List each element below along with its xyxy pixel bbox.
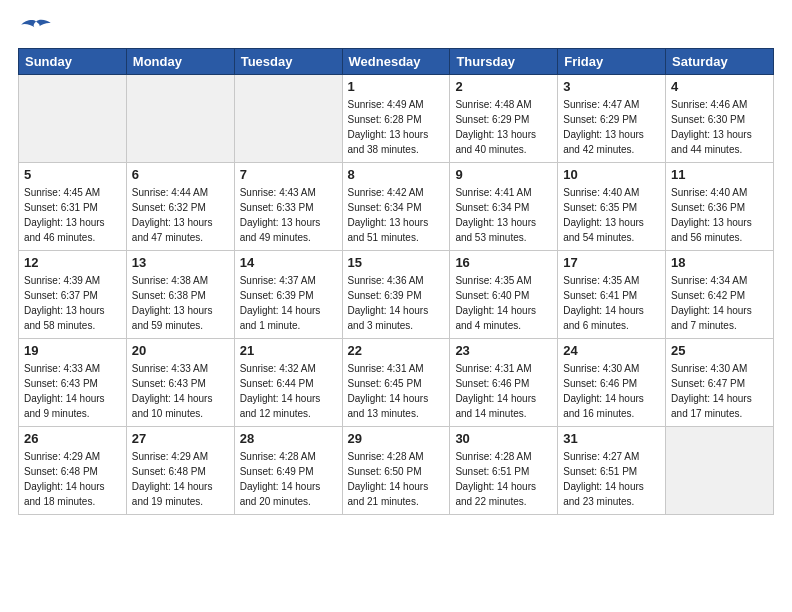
calendar-cell: 28Sunrise: 4:28 AMSunset: 6:49 PMDayligh…	[234, 427, 342, 515]
day-number: 14	[240, 255, 337, 270]
week-row-3: 19Sunrise: 4:33 AMSunset: 6:43 PMDayligh…	[19, 339, 774, 427]
cell-info: Sunrise: 4:46 AMSunset: 6:30 PMDaylight:…	[671, 97, 768, 157]
calendar-cell: 31Sunrise: 4:27 AMSunset: 6:51 PMDayligh…	[558, 427, 666, 515]
cell-info: Sunrise: 4:47 AMSunset: 6:29 PMDaylight:…	[563, 97, 660, 157]
day-number: 24	[563, 343, 660, 358]
week-row-2: 12Sunrise: 4:39 AMSunset: 6:37 PMDayligh…	[19, 251, 774, 339]
cell-info: Sunrise: 4:29 AMSunset: 6:48 PMDaylight:…	[132, 449, 229, 509]
cell-info: Sunrise: 4:32 AMSunset: 6:44 PMDaylight:…	[240, 361, 337, 421]
day-number: 16	[455, 255, 552, 270]
calendar-cell: 8Sunrise: 4:42 AMSunset: 6:34 PMDaylight…	[342, 163, 450, 251]
day-number: 8	[348, 167, 445, 182]
day-number: 1	[348, 79, 445, 94]
weekday-header-row: SundayMondayTuesdayWednesdayThursdayFrid…	[19, 49, 774, 75]
calendar-cell: 11Sunrise: 4:40 AMSunset: 6:36 PMDayligh…	[666, 163, 774, 251]
cell-info: Sunrise: 4:27 AMSunset: 6:51 PMDaylight:…	[563, 449, 660, 509]
cell-info: Sunrise: 4:29 AMSunset: 6:48 PMDaylight:…	[24, 449, 121, 509]
calendar-cell: 20Sunrise: 4:33 AMSunset: 6:43 PMDayligh…	[126, 339, 234, 427]
cell-info: Sunrise: 4:42 AMSunset: 6:34 PMDaylight:…	[348, 185, 445, 245]
cell-info: Sunrise: 4:45 AMSunset: 6:31 PMDaylight:…	[24, 185, 121, 245]
day-number: 6	[132, 167, 229, 182]
weekday-header-monday: Monday	[126, 49, 234, 75]
calendar-cell: 5Sunrise: 4:45 AMSunset: 6:31 PMDaylight…	[19, 163, 127, 251]
logo-bird-icon	[18, 18, 54, 38]
calendar-cell: 30Sunrise: 4:28 AMSunset: 6:51 PMDayligh…	[450, 427, 558, 515]
calendar-cell: 22Sunrise: 4:31 AMSunset: 6:45 PMDayligh…	[342, 339, 450, 427]
cell-info: Sunrise: 4:31 AMSunset: 6:45 PMDaylight:…	[348, 361, 445, 421]
day-number: 2	[455, 79, 552, 94]
calendar-cell: 16Sunrise: 4:35 AMSunset: 6:40 PMDayligh…	[450, 251, 558, 339]
calendar-cell: 15Sunrise: 4:36 AMSunset: 6:39 PMDayligh…	[342, 251, 450, 339]
calendar-cell	[234, 75, 342, 163]
cell-info: Sunrise: 4:41 AMSunset: 6:34 PMDaylight:…	[455, 185, 552, 245]
calendar-cell: 26Sunrise: 4:29 AMSunset: 6:48 PMDayligh…	[19, 427, 127, 515]
calendar-cell: 29Sunrise: 4:28 AMSunset: 6:50 PMDayligh…	[342, 427, 450, 515]
day-number: 10	[563, 167, 660, 182]
day-number: 30	[455, 431, 552, 446]
calendar-cell	[666, 427, 774, 515]
cell-info: Sunrise: 4:48 AMSunset: 6:29 PMDaylight:…	[455, 97, 552, 157]
weekday-header-sunday: Sunday	[19, 49, 127, 75]
weekday-header-friday: Friday	[558, 49, 666, 75]
weekday-header-tuesday: Tuesday	[234, 49, 342, 75]
day-number: 25	[671, 343, 768, 358]
calendar-cell: 23Sunrise: 4:31 AMSunset: 6:46 PMDayligh…	[450, 339, 558, 427]
calendar-table: SundayMondayTuesdayWednesdayThursdayFrid…	[18, 48, 774, 515]
cell-info: Sunrise: 4:28 AMSunset: 6:51 PMDaylight:…	[455, 449, 552, 509]
week-row-0: 1Sunrise: 4:49 AMSunset: 6:28 PMDaylight…	[19, 75, 774, 163]
cell-info: Sunrise: 4:36 AMSunset: 6:39 PMDaylight:…	[348, 273, 445, 333]
calendar-cell: 9Sunrise: 4:41 AMSunset: 6:34 PMDaylight…	[450, 163, 558, 251]
logo	[18, 18, 64, 38]
day-number: 9	[455, 167, 552, 182]
day-number: 13	[132, 255, 229, 270]
week-row-1: 5Sunrise: 4:45 AMSunset: 6:31 PMDaylight…	[19, 163, 774, 251]
calendar-cell: 17Sunrise: 4:35 AMSunset: 6:41 PMDayligh…	[558, 251, 666, 339]
calendar-cell: 18Sunrise: 4:34 AMSunset: 6:42 PMDayligh…	[666, 251, 774, 339]
day-number: 28	[240, 431, 337, 446]
calendar-cell: 2Sunrise: 4:48 AMSunset: 6:29 PMDaylight…	[450, 75, 558, 163]
day-number: 23	[455, 343, 552, 358]
day-number: 26	[24, 431, 121, 446]
calendar-cell	[126, 75, 234, 163]
calendar-cell: 3Sunrise: 4:47 AMSunset: 6:29 PMDaylight…	[558, 75, 666, 163]
cell-info: Sunrise: 4:31 AMSunset: 6:46 PMDaylight:…	[455, 361, 552, 421]
day-number: 15	[348, 255, 445, 270]
header	[18, 18, 774, 38]
cell-info: Sunrise: 4:33 AMSunset: 6:43 PMDaylight:…	[24, 361, 121, 421]
calendar-cell: 13Sunrise: 4:38 AMSunset: 6:38 PMDayligh…	[126, 251, 234, 339]
cell-info: Sunrise: 4:30 AMSunset: 6:47 PMDaylight:…	[671, 361, 768, 421]
calendar-cell: 27Sunrise: 4:29 AMSunset: 6:48 PMDayligh…	[126, 427, 234, 515]
day-number: 18	[671, 255, 768, 270]
day-number: 5	[24, 167, 121, 182]
cell-info: Sunrise: 4:35 AMSunset: 6:40 PMDaylight:…	[455, 273, 552, 333]
cell-info: Sunrise: 4:43 AMSunset: 6:33 PMDaylight:…	[240, 185, 337, 245]
day-number: 7	[240, 167, 337, 182]
cell-info: Sunrise: 4:34 AMSunset: 6:42 PMDaylight:…	[671, 273, 768, 333]
calendar-cell: 24Sunrise: 4:30 AMSunset: 6:46 PMDayligh…	[558, 339, 666, 427]
calendar-cell: 4Sunrise: 4:46 AMSunset: 6:30 PMDaylight…	[666, 75, 774, 163]
cell-info: Sunrise: 4:37 AMSunset: 6:39 PMDaylight:…	[240, 273, 337, 333]
page: SundayMondayTuesdayWednesdayThursdayFrid…	[0, 0, 792, 533]
day-number: 21	[240, 343, 337, 358]
cell-info: Sunrise: 4:38 AMSunset: 6:38 PMDaylight:…	[132, 273, 229, 333]
cell-info: Sunrise: 4:49 AMSunset: 6:28 PMDaylight:…	[348, 97, 445, 157]
cell-info: Sunrise: 4:40 AMSunset: 6:36 PMDaylight:…	[671, 185, 768, 245]
weekday-header-wednesday: Wednesday	[342, 49, 450, 75]
day-number: 17	[563, 255, 660, 270]
calendar-cell: 7Sunrise: 4:43 AMSunset: 6:33 PMDaylight…	[234, 163, 342, 251]
cell-info: Sunrise: 4:44 AMSunset: 6:32 PMDaylight:…	[132, 185, 229, 245]
day-number: 19	[24, 343, 121, 358]
calendar-cell: 6Sunrise: 4:44 AMSunset: 6:32 PMDaylight…	[126, 163, 234, 251]
calendar-cell: 25Sunrise: 4:30 AMSunset: 6:47 PMDayligh…	[666, 339, 774, 427]
cell-info: Sunrise: 4:39 AMSunset: 6:37 PMDaylight:…	[24, 273, 121, 333]
day-number: 22	[348, 343, 445, 358]
day-number: 29	[348, 431, 445, 446]
day-number: 3	[563, 79, 660, 94]
day-number: 4	[671, 79, 768, 94]
cell-info: Sunrise: 4:28 AMSunset: 6:50 PMDaylight:…	[348, 449, 445, 509]
cell-info: Sunrise: 4:40 AMSunset: 6:35 PMDaylight:…	[563, 185, 660, 245]
weekday-header-saturday: Saturday	[666, 49, 774, 75]
day-number: 27	[132, 431, 229, 446]
week-row-4: 26Sunrise: 4:29 AMSunset: 6:48 PMDayligh…	[19, 427, 774, 515]
cell-info: Sunrise: 4:33 AMSunset: 6:43 PMDaylight:…	[132, 361, 229, 421]
